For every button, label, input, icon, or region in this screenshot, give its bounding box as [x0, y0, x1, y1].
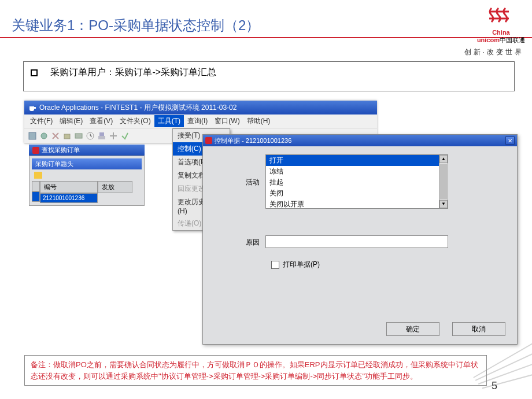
- ok-button[interactable]: 确定: [386, 322, 439, 336]
- menu-query[interactable]: 查询(I): [184, 115, 211, 127]
- svg-rect-3: [75, 134, 82, 138]
- tool-icon-7[interactable]: [97, 131, 106, 141]
- menu-edit[interactable]: 编辑(E): [56, 115, 86, 127]
- unicom-logo-icon: [486, 3, 516, 25]
- menubar: 文件(F) 编辑(E) 查看(V) 文件夹(O) 工具(T) 查询(I) 窗口(…: [24, 114, 377, 128]
- find-po-panel: 查找采购订单 采购订单题头 编号 2121001001236 发放: [29, 145, 145, 206]
- app-titlebar: Oracle Applications - FINTEST1 - 用户模拟测试环…: [24, 101, 377, 114]
- menu-tools[interactable]: 工具(T): [154, 115, 184, 127]
- title-underline: [0, 37, 532, 38]
- dialog-title: 控制单据 - 2121001001236: [215, 136, 291, 145]
- scroll-up-icon[interactable]: ▲: [439, 155, 448, 163]
- remark-box: 备注：做取消PO之前，需要确认合同状态为履行中，方可做取消ＰＯ的操作。如果ERP…: [24, 355, 487, 386]
- scroll-thumb[interactable]: [440, 164, 447, 200]
- svg-rect-2: [64, 134, 70, 139]
- tool-icon-4[interactable]: [62, 131, 72, 141]
- svg-point-1: [41, 133, 47, 139]
- po-grid: 编号 2121001001236 发放: [32, 181, 142, 203]
- listbox-scrollbar[interactable]: ▲ ▼: [439, 154, 448, 209]
- reason-input[interactable]: [265, 235, 448, 248]
- activity-label: 活动: [213, 154, 265, 187]
- decorative-lines: [463, 331, 532, 389]
- scroll-down-icon[interactable]: ▼: [439, 200, 448, 208]
- activity-row: 活动 打开 冻结 挂起 关闭 关闭以开票 关闭以收货 ▲ ▼: [213, 154, 507, 209]
- oracle-o-icon: [32, 147, 39, 154]
- tool-icon-8[interactable]: [109, 131, 118, 141]
- slide-title: 关键业务1：PO-采购单据状态控制（2）: [12, 16, 260, 35]
- reason-label: 原因: [213, 235, 265, 247]
- menu-file[interactable]: 文件(F): [27, 115, 56, 127]
- tool-icon-9[interactable]: [120, 131, 130, 141]
- control-dialog: 控制单据 - 2121001001236 ✕ 活动 打开 冻结 挂起 关闭 关闭…: [202, 134, 518, 345]
- logo-slogan: 创新·改变世界: [464, 47, 524, 57]
- menu-window[interactable]: 窗口(W): [211, 115, 243, 127]
- find-po-titlebar: 查找采购订单: [29, 145, 145, 156]
- print-checkbox-label: 打印单据(P): [283, 260, 320, 269]
- print-checkbox[interactable]: [271, 261, 279, 269]
- menu-help[interactable]: 帮助(H): [243, 115, 274, 127]
- menu-view[interactable]: 查看(V): [86, 115, 116, 127]
- bullet-icon: [31, 69, 38, 76]
- list-item[interactable]: 关闭以开票: [266, 199, 439, 209]
- find-po-body: 采购订单题头 编号 2121001001236 发放: [29, 156, 145, 206]
- oracle-o-icon: [205, 137, 212, 144]
- find-po-title: 查找采购订单: [42, 146, 80, 154]
- dialog-body: 活动 打开 冻结 挂起 关闭 关闭以开票 关闭以收货 ▲ ▼ 原因 打印单据(P…: [203, 146, 517, 278]
- svg-rect-5: [99, 132, 104, 136]
- instruction-box: 采购订单用户：采购订单->采购订单汇总: [23, 61, 515, 91]
- dialog-titlebar: 控制单据 - 2121001001236 ✕: [203, 135, 517, 146]
- tool-icon-5[interactable]: [74, 131, 83, 141]
- java-cup-icon: [28, 104, 36, 112]
- app-title: Oracle Applications - FINTEST1 - 用户模拟测试环…: [39, 103, 237, 113]
- svg-rect-6: [98, 136, 105, 139]
- tool-icon-3[interactable]: [51, 131, 60, 141]
- list-item[interactable]: 关闭: [266, 188, 439, 199]
- list-item[interactable]: 打开: [266, 155, 439, 166]
- col-release-header[interactable]: 发放: [98, 181, 132, 193]
- tool-icon-6[interactable]: [86, 131, 95, 141]
- logo-text: China unicom中国联通: [477, 29, 525, 45]
- folder-icon[interactable]: [34, 172, 42, 179]
- reason-row: 原因: [213, 235, 507, 248]
- close-icon[interactable]: ✕: [505, 136, 515, 145]
- list-item[interactable]: 挂起: [266, 177, 439, 188]
- print-checkbox-row[interactable]: 打印单据(P): [271, 260, 507, 269]
- brand-logo: China unicom中国联通: [477, 3, 525, 45]
- po-number-cell[interactable]: 2121001001236: [40, 193, 98, 203]
- tool-icon-2[interactable]: [39, 131, 49, 141]
- tool-icon-1[interactable]: [28, 131, 37, 141]
- list-item[interactable]: 冻结: [266, 166, 439, 177]
- po-header-title: 采购订单题头: [32, 158, 142, 169]
- menu-folder[interactable]: 文件夹(O): [116, 115, 154, 127]
- svg-rect-0: [29, 132, 36, 139]
- col-number-header[interactable]: 编号: [40, 181, 98, 193]
- activity-listbox[interactable]: 打开 冻结 挂起 关闭 关闭以开票 关闭以收货: [265, 154, 439, 209]
- instruction-text: 采购订单用户：采购订单->采购订单汇总: [50, 67, 216, 77]
